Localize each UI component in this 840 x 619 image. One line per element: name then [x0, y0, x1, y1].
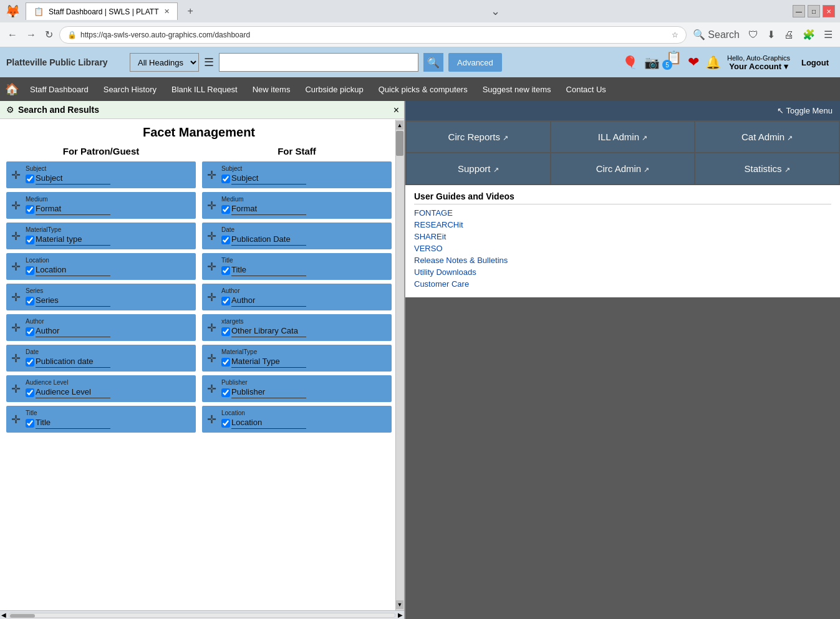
stack-icon[interactable]: ☰ — [204, 55, 214, 69]
drag-handle[interactable]: ✛ — [207, 260, 216, 274]
circ-reports-btn[interactable]: Circ Reports ↗ — [407, 122, 550, 152]
drag-handle[interactable]: ✛ — [11, 321, 21, 335]
drag-handle[interactable]: ✛ — [11, 168, 21, 182]
nav-quick-picks[interactable]: Quick picks & computers — [371, 85, 475, 94]
guide-link-release-notes[interactable]: Release Notes & Bulletins — [414, 256, 831, 265]
address-bar[interactable]: 🔒 https://qa-swls-verso.auto-graphics.co… — [59, 26, 687, 44]
drag-handle[interactable]: ✛ — [207, 413, 216, 426]
toggle-menu-btn[interactable]: ↖ Toggle Menu — [777, 106, 833, 115]
print-btn[interactable]: 🖨 — [781, 28, 796, 42]
drag-handle[interactable]: ✛ — [207, 382, 216, 396]
facet-checkbox[interactable] — [26, 175, 34, 183]
ill-admin-btn[interactable]: ILL Admin ↗ — [551, 122, 695, 152]
facet-checkbox[interactable] — [221, 236, 230, 244]
forward-btn[interactable]: → — [24, 28, 39, 42]
new-tab-btn[interactable]: + — [183, 3, 198, 19]
guide-link-customer-care[interactable]: Customer Care — [414, 279, 831, 289]
shield-btn[interactable]: 🛡 — [746, 28, 761, 42]
drag-handle[interactable]: ✛ — [207, 199, 216, 213]
guide-link-fontage[interactable]: FONTAGE — [414, 208, 831, 218]
drag-handle[interactable]: ✛ — [207, 290, 216, 304]
nav-staff-dashboard[interactable]: Staff Dashboard — [22, 85, 96, 94]
search-bar-btn[interactable]: 🔍 Search — [690, 27, 742, 42]
star-icon[interactable]: ☆ — [672, 31, 678, 39]
circ-admin-btn[interactable]: Circ Admin ↗ — [551, 153, 695, 184]
facet-checkbox[interactable] — [26, 297, 34, 305]
facet-checkbox[interactable] — [26, 236, 34, 244]
guide-link-researchit[interactable]: RESEARCHit — [414, 220, 831, 229]
facet-checkbox[interactable] — [26, 266, 34, 275]
nav-blank-ill[interactable]: Blank ILL Request — [164, 85, 245, 94]
minimize-btn[interactable]: — — [793, 5, 805, 17]
facet-checkbox[interactable] — [26, 205, 34, 214]
guide-link-shareit[interactable]: SHAREit — [414, 232, 831, 241]
browser-tab[interactable]: 📋 Staff Dashboard | SWLS | PLATT ✕ — [26, 2, 178, 20]
balloon-icon-btn[interactable]: 🎈 — [622, 55, 638, 70]
facet-checkbox[interactable] — [221, 327, 230, 336]
close-btn[interactable]: ✕ — [823, 5, 835, 17]
tab-close-btn[interactable]: ✕ — [164, 7, 170, 16]
drag-handle[interactable]: ✛ — [11, 352, 21, 365]
home-icon[interactable]: 🏠 — [5, 82, 19, 96]
nav-suggest[interactable]: Suggest new items — [475, 85, 559, 94]
drag-handle[interactable]: ✛ — [11, 260, 21, 274]
drag-handle[interactable]: ✛ — [207, 321, 216, 335]
facet-checkbox[interactable] — [221, 205, 230, 214]
camera-icon-btn[interactable]: 📷 — [644, 55, 660, 70]
cat-admin-btn[interactable]: Cat Admin ↗ — [695, 122, 839, 152]
facet-checkbox[interactable] — [26, 388, 34, 397]
facet-name: Audience Level — [36, 387, 110, 398]
account-dropdown-btn[interactable]: Your Account ▾ — [727, 62, 790, 71]
main-search-input[interactable] — [219, 53, 418, 72]
reload-btn[interactable]: ↻ — [42, 27, 56, 42]
drag-handle[interactable]: ✛ — [207, 352, 216, 365]
facet-checkbox[interactable] — [221, 175, 230, 183]
drag-handle[interactable]: ✛ — [207, 168, 216, 182]
drag-handle[interactable]: ✛ — [11, 382, 21, 396]
favorites-icon-btn[interactable]: ❤ — [688, 54, 699, 70]
search-submit-btn[interactable]: 🔍 — [423, 53, 443, 72]
scroll-up-arrow[interactable]: ▲ — [396, 121, 403, 130]
support-btn[interactable]: Support ↗ — [407, 153, 550, 184]
nav-curbside[interactable]: Curbside pickup — [297, 85, 370, 94]
facet-checkbox[interactable] — [26, 419, 34, 428]
heading-select[interactable]: All Headings — [130, 53, 199, 72]
menu-btn[interactable]: ☰ — [821, 27, 835, 42]
patron-col-header: For Patron/Guest — [6, 146, 196, 156]
logout-btn[interactable]: Logout — [796, 57, 834, 69]
facet-checkbox[interactable] — [221, 388, 230, 397]
facet-checkbox[interactable] — [26, 327, 34, 336]
tab-list-btn[interactable]: ⌄ — [491, 4, 500, 18]
facet-checkbox[interactable] — [221, 358, 230, 367]
scroll-right-btn[interactable]: ▶ — [397, 612, 404, 618]
vertical-scroll-track[interactable]: ▲ ▼ — [395, 120, 404, 610]
advanced-btn[interactable]: Advanced — [448, 53, 502, 72]
facet-checkbox[interactable] — [221, 297, 230, 305]
panel-close-btn[interactable]: × — [393, 105, 399, 116]
nav-new-items[interactable]: New items — [245, 85, 298, 94]
scroll-down-arrow[interactable]: ▼ — [396, 600, 403, 609]
extensions-btn[interactable]: 🧩 — [800, 27, 818, 42]
nav-contact[interactable]: Contact Us — [559, 85, 614, 94]
facet-checkbox[interactable] — [221, 419, 230, 428]
nav-search-history[interactable]: Search History — [96, 85, 164, 94]
horizontal-scroll-track — [9, 613, 395, 618]
drag-handle[interactable]: ✛ — [11, 229, 21, 243]
maximize-btn[interactable]: □ — [808, 5, 820, 17]
drag-handle[interactable]: ✛ — [11, 413, 21, 426]
drag-handle[interactable]: ✛ — [11, 199, 21, 213]
alerts-icon-btn[interactable]: 🔔 — [705, 55, 721, 70]
drag-handle[interactable]: ✛ — [11, 290, 21, 304]
statistics-btn[interactable]: Statistics ↗ — [695, 153, 839, 184]
scroll-left-btn[interactable]: ◀ — [0, 612, 7, 618]
back-btn[interactable]: ← — [5, 28, 20, 42]
guide-link-utility-downloads[interactable]: Utility Downloads — [414, 267, 831, 277]
download-btn[interactable]: ⬇ — [765, 27, 778, 42]
horizontal-scroll-thumb[interactable] — [10, 614, 35, 618]
drag-handle[interactable]: ✛ — [207, 229, 216, 243]
facet-checkbox[interactable] — [26, 358, 34, 367]
horizontal-scroll-bar[interactable]: ◀ ▶ — [0, 610, 404, 619]
guide-link-verso[interactable]: VERSO — [414, 244, 831, 253]
scroll-thumb[interactable] — [396, 131, 403, 156]
facet-checkbox[interactable] — [221, 266, 230, 275]
